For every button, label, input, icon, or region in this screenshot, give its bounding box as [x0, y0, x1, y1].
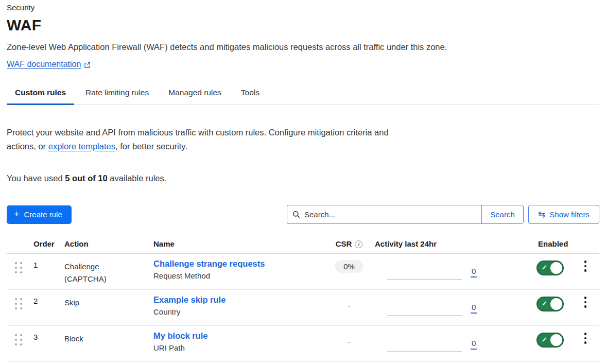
- tab-rate-limiting-rules[interactable]: Rate limiting rules: [77, 88, 157, 105]
- activity-cell: 0: [375, 326, 529, 358]
- enabled-toggle[interactable]: ✓: [536, 333, 564, 348]
- breadcrumb-security: Security: [7, 3, 599, 12]
- external-link-icon: [84, 62, 91, 68]
- page-description: Zone-level Web Application Firewall (WAF…: [7, 42, 599, 52]
- col-header-action: Action: [64, 239, 153, 248]
- table-header-row: Order Action Name CSR i Activity last 24…: [7, 236, 599, 254]
- col-header-order: Order: [33, 239, 64, 248]
- rule-field: URI Path: [153, 343, 323, 352]
- col-header-activity: Activity last 24hr: [375, 239, 529, 248]
- drag-handle-icon[interactable]: [15, 298, 22, 309]
- activity-sparkline: [387, 351, 462, 352]
- rule-action: Challenge (CAPTCHA): [64, 261, 116, 285]
- drag-handle-icon[interactable]: [15, 262, 22, 273]
- plus-icon: +: [14, 210, 20, 219]
- rule-name-link[interactable]: Challenge strange requests: [153, 259, 265, 269]
- rule-order: 1: [33, 261, 64, 269]
- csr-value: -: [348, 337, 351, 346]
- table-row: 2 Skip Example skip rule Country - 0 ✓: [7, 290, 599, 326]
- create-rule-label: Create rule: [24, 210, 62, 219]
- activity-count-link[interactable]: 0: [471, 267, 477, 278]
- search-box: [287, 205, 481, 224]
- waf-documentation-link[interactable]: WAF documentation: [7, 60, 81, 69]
- check-icon: ✓: [542, 300, 547, 307]
- page-title: WAF: [7, 16, 599, 34]
- rule-name-link[interactable]: My block rule: [153, 331, 207, 341]
- enabled-toggle[interactable]: ✓: [536, 297, 564, 311]
- show-filters-button[interactable]: ⇆ Show filters: [528, 205, 599, 224]
- col-header-name: Name: [153, 239, 323, 248]
- col-header-csr: CSR i: [336, 239, 363, 248]
- waf-page: Security WAF Zone-level Web Application …: [0, 0, 606, 362]
- table-row: 1 Challenge (CAPTCHA) Challenge strange …: [7, 254, 599, 290]
- csr-badge: 0%: [335, 260, 363, 273]
- csr-value: -: [348, 301, 351, 310]
- usage-suffix: available rules.: [108, 174, 167, 183]
- activity-count-link[interactable]: 0: [471, 339, 477, 350]
- activity-cell: 0: [375, 254, 529, 286]
- rule-action: Block: [64, 333, 116, 345]
- activity-count-link[interactable]: 0: [471, 303, 477, 314]
- tab-tools[interactable]: Tools: [233, 88, 268, 105]
- rule-action: Skip: [64, 297, 116, 309]
- usage-count: 5 out of 10: [65, 174, 108, 183]
- rule-order: 2: [33, 297, 64, 305]
- show-filters-label: Show filters: [549, 210, 590, 219]
- intro-after: , for better security.: [115, 142, 187, 151]
- search-button[interactable]: Search: [481, 205, 524, 224]
- toolbar: + Create rule Search ⇆ Show filters: [7, 205, 599, 224]
- csr-header-label: CSR: [336, 239, 352, 248]
- check-icon: ✓: [542, 264, 547, 271]
- explore-templates-link[interactable]: explore templates: [48, 142, 115, 151]
- intro-text: Protect your website and API from malici…: [7, 126, 390, 153]
- kebab-menu-icon[interactable]: [581, 261, 590, 272]
- activity-cell: 0: [375, 290, 529, 322]
- info-icon[interactable]: i: [355, 240, 362, 248]
- tab-custom-rules[interactable]: Custom rules: [7, 88, 74, 105]
- rules-table: Order Action Name CSR i Activity last 24…: [7, 236, 599, 362]
- table-row: 3 Block My block rule URI Path - 0 ✓: [7, 326, 599, 362]
- enabled-toggle[interactable]: ✓: [536, 261, 564, 275]
- filters-swap-icon: ⇆: [538, 209, 545, 220]
- search-input[interactable]: [304, 210, 476, 219]
- kebab-menu-icon[interactable]: [581, 333, 590, 344]
- kebab-menu-icon[interactable]: [581, 297, 590, 308]
- rule-field: Country: [153, 307, 323, 316]
- activity-sparkline: [387, 315, 462, 316]
- tab-managed-rules[interactable]: Managed rules: [160, 88, 230, 105]
- usage-text: You have used 5 out of 10 available rule…: [7, 174, 599, 183]
- rule-field: Request Method: [153, 271, 323, 280]
- usage-prefix: You have used: [7, 174, 65, 183]
- drag-handle-icon[interactable]: [15, 334, 22, 345]
- activity-sparkline: [387, 279, 462, 280]
- rule-order: 3: [33, 333, 64, 341]
- tab-bar: Custom rules Rate limiting rules Managed…: [7, 88, 599, 105]
- col-header-enabled: Enabled: [529, 239, 572, 248]
- search-icon: [292, 211, 300, 218]
- create-rule-button[interactable]: + Create rule: [7, 205, 72, 224]
- rule-name-link[interactable]: Example skip rule: [153, 295, 226, 305]
- check-icon: ✓: [542, 336, 547, 343]
